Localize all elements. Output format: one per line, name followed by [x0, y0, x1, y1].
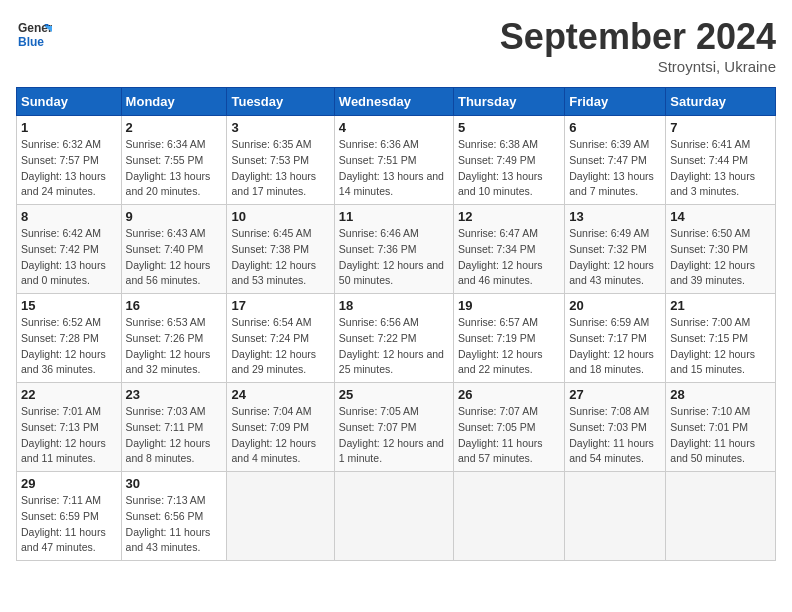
day-cell: 9 Sunrise: 6:43 AMSunset: 7:40 PMDayligh… — [121, 205, 227, 294]
day-cell: 3 Sunrise: 6:35 AMSunset: 7:53 PMDayligh… — [227, 116, 334, 205]
day-detail: Sunrise: 6:49 AMSunset: 7:32 PMDaylight:… — [569, 227, 654, 286]
day-number: 8 — [21, 209, 117, 224]
day-number: 12 — [458, 209, 560, 224]
day-cell — [666, 472, 776, 561]
day-detail: Sunrise: 6:45 AMSunset: 7:38 PMDaylight:… — [231, 227, 316, 286]
week-row-2: 8 Sunrise: 6:42 AMSunset: 7:42 PMDayligh… — [17, 205, 776, 294]
day-number: 2 — [126, 120, 223, 135]
day-detail: Sunrise: 6:54 AMSunset: 7:24 PMDaylight:… — [231, 316, 316, 375]
day-detail: Sunrise: 6:41 AMSunset: 7:44 PMDaylight:… — [670, 138, 755, 197]
day-number: 10 — [231, 209, 329, 224]
day-cell: 15 Sunrise: 6:52 AMSunset: 7:28 PMDaylig… — [17, 294, 122, 383]
day-cell: 12 Sunrise: 6:47 AMSunset: 7:34 PMDaylig… — [453, 205, 564, 294]
day-cell: 21 Sunrise: 7:00 AMSunset: 7:15 PMDaylig… — [666, 294, 776, 383]
day-detail: Sunrise: 7:13 AMSunset: 6:56 PMDaylight:… — [126, 494, 211, 553]
day-cell: 7 Sunrise: 6:41 AMSunset: 7:44 PMDayligh… — [666, 116, 776, 205]
day-detail: Sunrise: 6:46 AMSunset: 7:36 PMDaylight:… — [339, 227, 444, 286]
day-cell: 26 Sunrise: 7:07 AMSunset: 7:05 PMDaylig… — [453, 383, 564, 472]
day-cell: 16 Sunrise: 6:53 AMSunset: 7:26 PMDaylig… — [121, 294, 227, 383]
day-cell: 4 Sunrise: 6:36 AMSunset: 7:51 PMDayligh… — [334, 116, 453, 205]
day-cell: 6 Sunrise: 6:39 AMSunset: 7:47 PMDayligh… — [565, 116, 666, 205]
day-cell: 2 Sunrise: 6:34 AMSunset: 7:55 PMDayligh… — [121, 116, 227, 205]
logo: General Blue — [16, 16, 52, 52]
day-detail: Sunrise: 7:05 AMSunset: 7:07 PMDaylight:… — [339, 405, 444, 464]
day-number: 11 — [339, 209, 449, 224]
day-number: 19 — [458, 298, 560, 313]
weekday-sunday: Sunday — [17, 88, 122, 116]
day-cell: 22 Sunrise: 7:01 AMSunset: 7:13 PMDaylig… — [17, 383, 122, 472]
svg-text:Blue: Blue — [18, 35, 44, 49]
day-number: 27 — [569, 387, 661, 402]
day-detail: Sunrise: 6:34 AMSunset: 7:55 PMDaylight:… — [126, 138, 211, 197]
day-cell — [565, 472, 666, 561]
day-number: 3 — [231, 120, 329, 135]
day-cell: 17 Sunrise: 6:54 AMSunset: 7:24 PMDaylig… — [227, 294, 334, 383]
day-cell: 29 Sunrise: 7:11 AMSunset: 6:59 PMDaylig… — [17, 472, 122, 561]
day-cell: 28 Sunrise: 7:10 AMSunset: 7:01 PMDaylig… — [666, 383, 776, 472]
day-number: 7 — [670, 120, 771, 135]
day-number: 26 — [458, 387, 560, 402]
day-detail: Sunrise: 7:04 AMSunset: 7:09 PMDaylight:… — [231, 405, 316, 464]
day-cell: 13 Sunrise: 6:49 AMSunset: 7:32 PMDaylig… — [565, 205, 666, 294]
day-cell: 18 Sunrise: 6:56 AMSunset: 7:22 PMDaylig… — [334, 294, 453, 383]
day-number: 21 — [670, 298, 771, 313]
day-cell: 27 Sunrise: 7:08 AMSunset: 7:03 PMDaylig… — [565, 383, 666, 472]
day-detail: Sunrise: 6:59 AMSunset: 7:17 PMDaylight:… — [569, 316, 654, 375]
day-number: 14 — [670, 209, 771, 224]
calendar-table: SundayMondayTuesdayWednesdayThursdayFrid… — [16, 87, 776, 561]
day-detail: Sunrise: 6:42 AMSunset: 7:42 PMDaylight:… — [21, 227, 106, 286]
day-detail: Sunrise: 6:53 AMSunset: 7:26 PMDaylight:… — [126, 316, 211, 375]
day-number: 6 — [569, 120, 661, 135]
day-number: 24 — [231, 387, 329, 402]
day-number: 9 — [126, 209, 223, 224]
day-number: 17 — [231, 298, 329, 313]
day-cell: 24 Sunrise: 7:04 AMSunset: 7:09 PMDaylig… — [227, 383, 334, 472]
day-cell: 1 Sunrise: 6:32 AMSunset: 7:57 PMDayligh… — [17, 116, 122, 205]
weekday-saturday: Saturday — [666, 88, 776, 116]
day-detail: Sunrise: 6:43 AMSunset: 7:40 PMDaylight:… — [126, 227, 211, 286]
day-cell: 10 Sunrise: 6:45 AMSunset: 7:38 PMDaylig… — [227, 205, 334, 294]
day-detail: Sunrise: 6:57 AMSunset: 7:19 PMDaylight:… — [458, 316, 543, 375]
day-number: 28 — [670, 387, 771, 402]
day-detail: Sunrise: 6:36 AMSunset: 7:51 PMDaylight:… — [339, 138, 444, 197]
day-detail: Sunrise: 6:32 AMSunset: 7:57 PMDaylight:… — [21, 138, 106, 197]
calendar-header: SundayMondayTuesdayWednesdayThursdayFrid… — [17, 88, 776, 116]
location-subtitle: Stroyntsi, Ukraine — [500, 58, 776, 75]
day-number: 25 — [339, 387, 449, 402]
day-detail: Sunrise: 7:00 AMSunset: 7:15 PMDaylight:… — [670, 316, 755, 375]
day-cell: 25 Sunrise: 7:05 AMSunset: 7:07 PMDaylig… — [334, 383, 453, 472]
day-cell: 8 Sunrise: 6:42 AMSunset: 7:42 PMDayligh… — [17, 205, 122, 294]
day-number: 23 — [126, 387, 223, 402]
week-row-4: 22 Sunrise: 7:01 AMSunset: 7:13 PMDaylig… — [17, 383, 776, 472]
day-number: 4 — [339, 120, 449, 135]
day-cell: 19 Sunrise: 6:57 AMSunset: 7:19 PMDaylig… — [453, 294, 564, 383]
day-number: 29 — [21, 476, 117, 491]
day-cell: 30 Sunrise: 7:13 AMSunset: 6:56 PMDaylig… — [121, 472, 227, 561]
month-title: September 2024 — [500, 16, 776, 58]
day-detail: Sunrise: 7:08 AMSunset: 7:03 PMDaylight:… — [569, 405, 654, 464]
weekday-monday: Monday — [121, 88, 227, 116]
day-cell — [227, 472, 334, 561]
logo-icon: General Blue — [16, 16, 52, 52]
weekday-wednesday: Wednesday — [334, 88, 453, 116]
week-row-5: 29 Sunrise: 7:11 AMSunset: 6:59 PMDaylig… — [17, 472, 776, 561]
day-cell — [334, 472, 453, 561]
day-detail: Sunrise: 6:35 AMSunset: 7:53 PMDaylight:… — [231, 138, 316, 197]
weekday-row: SundayMondayTuesdayWednesdayThursdayFrid… — [17, 88, 776, 116]
day-number: 13 — [569, 209, 661, 224]
day-detail: Sunrise: 7:11 AMSunset: 6:59 PMDaylight:… — [21, 494, 106, 553]
day-detail: Sunrise: 6:39 AMSunset: 7:47 PMDaylight:… — [569, 138, 654, 197]
day-cell: 14 Sunrise: 6:50 AMSunset: 7:30 PMDaylig… — [666, 205, 776, 294]
day-cell: 11 Sunrise: 6:46 AMSunset: 7:36 PMDaylig… — [334, 205, 453, 294]
weekday-friday: Friday — [565, 88, 666, 116]
day-detail: Sunrise: 6:47 AMSunset: 7:34 PMDaylight:… — [458, 227, 543, 286]
day-cell: 20 Sunrise: 6:59 AMSunset: 7:17 PMDaylig… — [565, 294, 666, 383]
day-detail: Sunrise: 6:52 AMSunset: 7:28 PMDaylight:… — [21, 316, 106, 375]
day-number: 16 — [126, 298, 223, 313]
header: General Blue September 2024 Stroyntsi, U… — [16, 16, 776, 75]
day-detail: Sunrise: 7:10 AMSunset: 7:01 PMDaylight:… — [670, 405, 755, 464]
week-row-3: 15 Sunrise: 6:52 AMSunset: 7:28 PMDaylig… — [17, 294, 776, 383]
title-area: September 2024 Stroyntsi, Ukraine — [500, 16, 776, 75]
weekday-tuesday: Tuesday — [227, 88, 334, 116]
day-cell: 23 Sunrise: 7:03 AMSunset: 7:11 PMDaylig… — [121, 383, 227, 472]
